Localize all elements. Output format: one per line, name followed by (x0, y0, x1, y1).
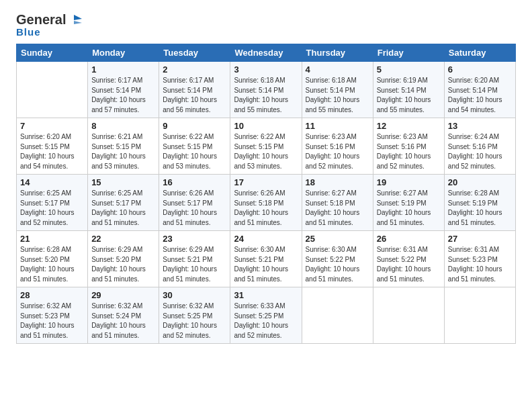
weekday-header-monday: Monday (88, 44, 159, 62)
day-detail: Sunrise: 6:31 AM Sunset: 5:22 PM Dayligh… (377, 246, 431, 283)
day-number: 18 (306, 177, 369, 187)
day-number: 29 (91, 290, 155, 300)
day-number: 9 (163, 121, 226, 131)
svg-marker-0 (74, 15, 82, 20)
weekday-header-tuesday: Tuesday (159, 44, 230, 62)
day-detail: Sunrise: 6:17 AM Sunset: 5:14 PM Dayligh… (91, 77, 146, 113)
calendar-cell: 29Sunrise: 6:32 AM Sunset: 5:24 PM Dayli… (88, 287, 159, 344)
header: General Blue (16, 12, 516, 37)
day-number: 2 (163, 64, 226, 75)
day-detail: Sunrise: 6:17 AM Sunset: 5:14 PM Dayligh… (163, 77, 217, 113)
calendar-table: SundayMondayTuesdayWednesdayThursdayFrid… (16, 44, 516, 344)
calendar-cell: 19Sunrise: 6:27 AM Sunset: 5:19 PM Dayli… (373, 175, 444, 231)
calendar-week-2: 7Sunrise: 6:20 AM Sunset: 5:15 PM Daylig… (17, 118, 516, 175)
weekday-header-sunday: Sunday (17, 44, 88, 62)
day-detail: Sunrise: 6:31 AM Sunset: 5:23 PM Dayligh… (448, 246, 502, 283)
calendar-cell: 9Sunrise: 6:22 AM Sunset: 5:15 PM Daylig… (159, 118, 230, 175)
calendar-cell: 10Sunrise: 6:22 AM Sunset: 5:15 PM Dayli… (230, 118, 302, 175)
day-detail: Sunrise: 6:32 AM Sunset: 5:23 PM Dayligh… (20, 302, 75, 339)
calendar-cell: 7Sunrise: 6:20 AM Sunset: 5:15 PM Daylig… (17, 118, 88, 175)
calendar-cell: 6Sunrise: 6:20 AM Sunset: 5:14 PM Daylig… (444, 62, 515, 118)
calendar-cell: 17Sunrise: 6:26 AM Sunset: 5:18 PM Dayli… (230, 175, 302, 231)
day-detail: Sunrise: 6:28 AM Sunset: 5:19 PM Dayligh… (448, 189, 502, 226)
day-detail: Sunrise: 6:26 AM Sunset: 5:18 PM Dayligh… (234, 189, 288, 226)
calendar-cell: 8Sunrise: 6:21 AM Sunset: 5:15 PM Daylig… (88, 118, 159, 175)
day-number: 11 (306, 121, 369, 131)
calendar-body: 1Sunrise: 6:17 AM Sunset: 5:14 PM Daylig… (17, 62, 516, 344)
calendar-cell: 25Sunrise: 6:30 AM Sunset: 5:22 PM Dayli… (302, 231, 373, 287)
day-number: 7 (20, 121, 84, 131)
day-number: 23 (163, 234, 226, 244)
calendar-cell: 15Sunrise: 6:25 AM Sunset: 5:17 PM Dayli… (88, 175, 159, 231)
day-number: 30 (163, 290, 226, 300)
day-detail: Sunrise: 6:29 AM Sunset: 5:21 PM Dayligh… (163, 246, 217, 283)
day-detail: Sunrise: 6:22 AM Sunset: 5:15 PM Dayligh… (234, 133, 288, 170)
calendar-cell: 11Sunrise: 6:23 AM Sunset: 5:16 PM Dayli… (302, 118, 373, 175)
day-number: 4 (306, 64, 369, 75)
day-number: 25 (306, 234, 369, 244)
day-detail: Sunrise: 6:25 AM Sunset: 5:17 PM Dayligh… (20, 189, 75, 226)
calendar-cell: 28Sunrise: 6:32 AM Sunset: 5:23 PM Dayli… (17, 287, 88, 344)
calendar-cell: 27Sunrise: 6:31 AM Sunset: 5:23 PM Dayli… (444, 231, 515, 287)
day-number: 17 (234, 177, 298, 187)
day-number: 16 (163, 177, 226, 187)
calendar-cell: 12Sunrise: 6:23 AM Sunset: 5:16 PM Dayli… (373, 118, 444, 175)
day-number: 21 (20, 234, 84, 244)
calendar-cell: 21Sunrise: 6:28 AM Sunset: 5:20 PM Dayli… (17, 231, 88, 287)
calendar-cell: 3Sunrise: 6:18 AM Sunset: 5:14 PM Daylig… (230, 62, 302, 118)
calendar-cell (444, 287, 515, 344)
calendar-cell: 18Sunrise: 6:27 AM Sunset: 5:18 PM Dayli… (302, 175, 373, 231)
calendar-week-5: 28Sunrise: 6:32 AM Sunset: 5:23 PM Dayli… (17, 287, 516, 344)
day-detail: Sunrise: 6:18 AM Sunset: 5:14 PM Dayligh… (306, 77, 360, 113)
day-detail: Sunrise: 6:20 AM Sunset: 5:14 PM Dayligh… (448, 77, 502, 113)
calendar-cell (17, 62, 88, 118)
day-detail: Sunrise: 6:27 AM Sunset: 5:18 PM Dayligh… (306, 189, 360, 226)
day-detail: Sunrise: 6:19 AM Sunset: 5:14 PM Dayligh… (377, 77, 431, 113)
day-detail: Sunrise: 6:32 AM Sunset: 5:25 PM Dayligh… (163, 302, 217, 339)
day-number: 6 (448, 64, 512, 75)
day-detail: Sunrise: 6:18 AM Sunset: 5:14 PM Dayligh… (234, 77, 288, 113)
day-number: 20 (448, 177, 512, 187)
weekday-header-saturday: Saturday (444, 44, 515, 62)
calendar-cell: 5Sunrise: 6:19 AM Sunset: 5:14 PM Daylig… (373, 62, 444, 118)
calendar-cell: 2Sunrise: 6:17 AM Sunset: 5:14 PM Daylig… (159, 62, 230, 118)
day-detail: Sunrise: 6:21 AM Sunset: 5:15 PM Dayligh… (91, 133, 146, 170)
calendar-cell: 13Sunrise: 6:24 AM Sunset: 5:16 PM Dayli… (444, 118, 515, 175)
calendar-cell (302, 287, 373, 344)
day-detail: Sunrise: 6:25 AM Sunset: 5:17 PM Dayligh… (91, 189, 146, 226)
day-detail: Sunrise: 6:26 AM Sunset: 5:17 PM Dayligh… (163, 189, 217, 226)
day-number: 1 (91, 64, 155, 75)
day-detail: Sunrise: 6:29 AM Sunset: 5:20 PM Dayligh… (91, 246, 146, 283)
calendar-header-row: SundayMondayTuesdayWednesdayThursdayFrid… (17, 44, 516, 62)
day-detail: Sunrise: 6:28 AM Sunset: 5:20 PM Dayligh… (20, 246, 75, 283)
logo-bird-icon (67, 12, 82, 27)
logo-general-text: General (16, 13, 66, 26)
calendar-cell: 24Sunrise: 6:30 AM Sunset: 5:21 PM Dayli… (230, 231, 302, 287)
calendar-cell: 26Sunrise: 6:31 AM Sunset: 5:22 PM Dayli… (373, 231, 444, 287)
day-number: 3 (234, 64, 298, 75)
logo: General Blue (16, 12, 82, 37)
calendar-cell: 23Sunrise: 6:29 AM Sunset: 5:21 PM Dayli… (159, 231, 230, 287)
day-number: 5 (377, 64, 441, 75)
calendar-cell: 30Sunrise: 6:32 AM Sunset: 5:25 PM Dayli… (159, 287, 230, 344)
day-number: 12 (377, 121, 441, 131)
logo-blue-text: Blue (16, 27, 82, 37)
calendar-cell: 22Sunrise: 6:29 AM Sunset: 5:20 PM Dayli… (88, 231, 159, 287)
day-number: 27 (448, 234, 512, 244)
weekday-header-wednesday: Wednesday (230, 44, 302, 62)
day-number: 15 (91, 177, 155, 187)
day-number: 28 (20, 290, 84, 300)
day-number: 26 (377, 234, 441, 244)
day-detail: Sunrise: 6:30 AM Sunset: 5:22 PM Dayligh… (306, 246, 360, 283)
day-number: 24 (234, 234, 298, 244)
page: General Blue SundayMondayTuesdayWednesda… (0, 0, 532, 352)
calendar-week-1: 1Sunrise: 6:17 AM Sunset: 5:14 PM Daylig… (17, 62, 516, 118)
day-detail: Sunrise: 6:27 AM Sunset: 5:19 PM Dayligh… (377, 189, 431, 226)
day-number: 10 (234, 121, 298, 131)
calendar-cell: 20Sunrise: 6:28 AM Sunset: 5:19 PM Dayli… (444, 175, 515, 231)
calendar-cell: 31Sunrise: 6:33 AM Sunset: 5:25 PM Dayli… (230, 287, 302, 344)
weekday-header-friday: Friday (373, 44, 444, 62)
day-number: 31 (234, 290, 298, 300)
day-number: 19 (377, 177, 441, 187)
day-number: 8 (91, 121, 155, 131)
